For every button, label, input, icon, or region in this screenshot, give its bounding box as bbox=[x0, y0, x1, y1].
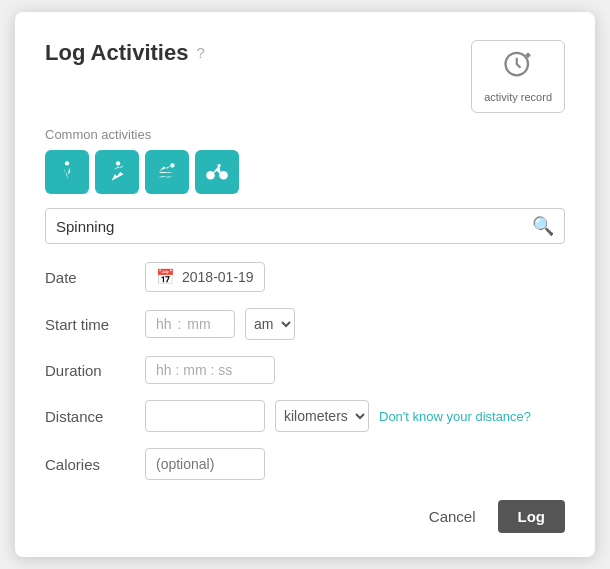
duration-placeholder: hh : mm : ss bbox=[156, 362, 232, 378]
dialog-footer: Cancel Log bbox=[45, 500, 565, 533]
calories-row: Calories bbox=[45, 448, 565, 480]
cancel-button[interactable]: Cancel bbox=[419, 502, 486, 531]
date-row: Date 📅 2018-01-19 bbox=[45, 262, 565, 292]
activity-icons-row bbox=[45, 150, 565, 194]
calendar-icon: 📅 bbox=[156, 268, 175, 286]
walk-icon bbox=[54, 159, 80, 185]
duration-row: Duration hh : mm : ss bbox=[45, 356, 565, 384]
distance-units-select[interactable]: kilometers miles bbox=[275, 400, 369, 432]
svg-point-5 bbox=[170, 163, 174, 167]
date-value: 2018-01-19 bbox=[182, 269, 254, 285]
activity-record-label: activity record bbox=[484, 90, 552, 104]
run-icon-button[interactable] bbox=[95, 150, 139, 194]
date-label: Date bbox=[45, 269, 135, 286]
distance-row: Distance kilometers miles Don't know you… bbox=[45, 400, 565, 432]
start-time-label: Start time bbox=[45, 316, 135, 333]
cycle-icon-button[interactable] bbox=[195, 150, 239, 194]
swim-icon bbox=[154, 159, 180, 185]
start-time-row: Start time hh : mm am pm bbox=[45, 308, 565, 340]
distance-input[interactable] bbox=[145, 400, 265, 432]
dialog-title: Log Activities bbox=[45, 40, 188, 66]
calories-label: Calories bbox=[45, 456, 135, 473]
hours-placeholder: hh bbox=[156, 316, 172, 332]
duration-label: Duration bbox=[45, 362, 135, 379]
svg-point-4 bbox=[116, 161, 120, 165]
date-input[interactable]: 📅 2018-01-19 bbox=[145, 262, 265, 292]
activity-record-button[interactable]: activity record bbox=[471, 40, 565, 113]
cycle-icon bbox=[204, 159, 230, 185]
duration-input[interactable]: hh : mm : ss bbox=[145, 356, 275, 384]
walk-icon-button[interactable] bbox=[45, 150, 89, 194]
log-activities-dialog: Log Activities ? activity record Common … bbox=[15, 12, 595, 557]
ampm-select[interactable]: am pm bbox=[245, 308, 295, 340]
dialog-header: Log Activities ? activity record bbox=[45, 40, 565, 113]
svg-point-3 bbox=[65, 161, 69, 165]
form-section: Date 📅 2018-01-19 Start time hh : mm am … bbox=[45, 262, 565, 480]
dont-know-distance-link[interactable]: Don't know your distance? bbox=[379, 409, 531, 424]
distance-label: Distance bbox=[45, 408, 135, 425]
calories-input[interactable] bbox=[145, 448, 265, 480]
title-row: Log Activities ? bbox=[45, 40, 205, 66]
clock-plus-icon bbox=[503, 49, 533, 86]
log-button[interactable]: Log bbox=[498, 500, 566, 533]
minutes-placeholder: mm bbox=[187, 316, 210, 332]
search-input[interactable] bbox=[56, 218, 532, 235]
swim-icon-button[interactable] bbox=[145, 150, 189, 194]
search-icon: 🔍 bbox=[532, 215, 554, 237]
start-time-input[interactable]: hh : mm bbox=[145, 310, 235, 338]
common-activities-label: Common activities bbox=[45, 127, 565, 142]
run-icon bbox=[104, 159, 130, 185]
search-row: 🔍 bbox=[45, 208, 565, 244]
help-icon[interactable]: ? bbox=[196, 44, 204, 61]
